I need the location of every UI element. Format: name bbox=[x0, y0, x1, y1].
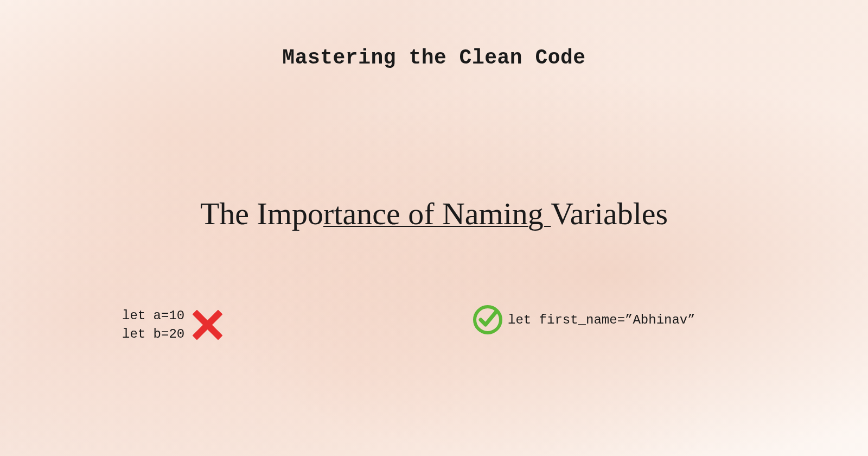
bad-code-line-1: let a=10 bbox=[122, 307, 184, 325]
title-suffix: Variables bbox=[551, 196, 668, 231]
check-icon bbox=[472, 304, 503, 335]
page-header-title: Mastering the Clean Code bbox=[282, 46, 585, 69]
title-prefix: The Impo bbox=[200, 196, 323, 231]
bad-example-block: let a=10 let b=20 bbox=[122, 307, 222, 343]
title-underlined: rtance of Naming bbox=[323, 196, 551, 231]
bad-code-line-2: let b=20 bbox=[122, 325, 184, 344]
cross-icon bbox=[193, 310, 222, 340]
main-title: The Importance of Naming Variables bbox=[200, 195, 668, 232]
good-example-block: let first_name=”Abhinav” bbox=[472, 304, 695, 335]
good-code-line: let first_name=”Abhinav” bbox=[508, 313, 695, 327]
bad-code-lines: let a=10 let b=20 bbox=[122, 307, 184, 343]
